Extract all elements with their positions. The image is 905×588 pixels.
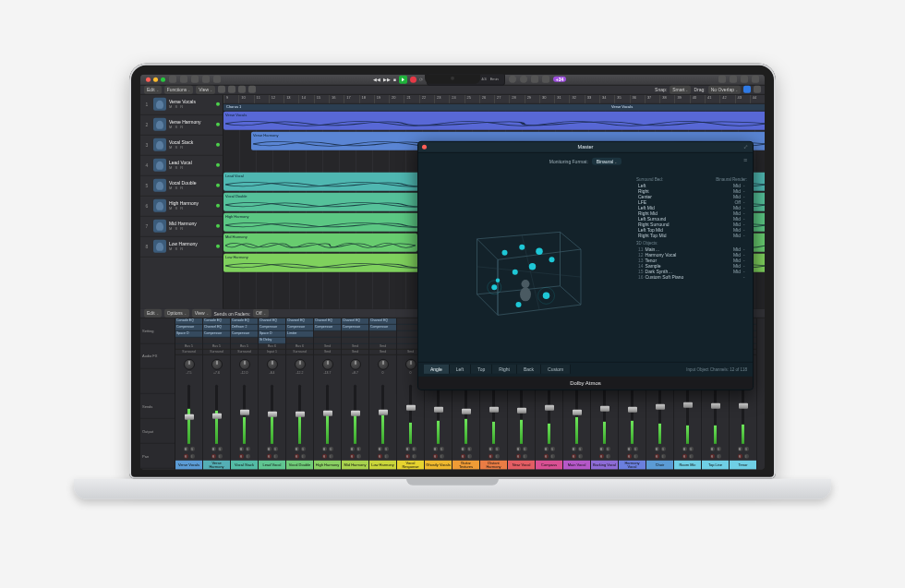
toolbar-icon[interactable] [213, 76, 221, 83]
insert-slot[interactable] [369, 338, 396, 344]
ruler-tick[interactable]: 32 [569, 94, 584, 102]
insert-slot[interactable]: DeEsser 2 [231, 325, 258, 331]
record-enable[interactable]: R [322, 454, 327, 459]
record-enable[interactable]: R [184, 454, 188, 459]
arrangement-marker[interactable]: Chorus 1 Verse Vocals [223, 103, 765, 111]
channel-name[interactable]: Main Vocal [563, 460, 590, 469]
functions-menu[interactable]: Functions [164, 85, 194, 93]
ruler-tick[interactable]: 31 [554, 94, 569, 102]
insert-slot[interactable]: Channel EQ [314, 318, 341, 325]
record-enable[interactable]: R [599, 454, 604, 459]
ruler-tick[interactable]: 21 [404, 94, 418, 102]
mute-button[interactable]: M [572, 447, 576, 451]
insert-slot[interactable]: Channel EQ [286, 318, 313, 325]
record-enable[interactable]: R [627, 454, 632, 459]
input-monitor-icon[interactable] [216, 245, 220, 248]
channel-name[interactable]: Near Vocal [508, 460, 535, 469]
forward-icon[interactable]: ▶▶ [383, 77, 391, 82]
channel-strip[interactable]: Channel EQCompressorSpace DSt Delay Bus … [259, 318, 286, 469]
input-button[interactable]: I [356, 454, 361, 459]
solo-button[interactable]: S [689, 447, 694, 451]
ruler-tick[interactable]: 9 [223, 94, 238, 102]
track-header[interactable]: 3 Vocal StackM S R [140, 135, 223, 155]
input-button[interactable]: I [523, 454, 527, 459]
drag-select[interactable]: No Overlap [708, 85, 741, 93]
track-header[interactable]: 8 Low HarmonyM S R [140, 236, 223, 257]
solo-button[interactable]: S [606, 447, 610, 451]
solo-button[interactable]: S [661, 447, 666, 451]
channel-name[interactable]: Lead Vocal [259, 460, 285, 469]
play-button[interactable] [399, 75, 407, 83]
solo-button[interactable]: S [495, 447, 500, 451]
link-icon[interactable] [248, 86, 256, 93]
ruler-tick[interactable]: 14 [298, 94, 313, 102]
mute-button[interactable]: M [267, 447, 272, 451]
fader[interactable] [286, 378, 313, 445]
mute-button[interactable]: M [461, 447, 465, 451]
dolby-atmos-panel[interactable]: Master ⤢ Monitoring Format: Binaural ≡ [417, 140, 754, 390]
record-enable[interactable]: R [211, 454, 216, 459]
input-button[interactable]: I [246, 454, 250, 459]
record-enable[interactable]: R [710, 454, 715, 459]
fader[interactable] [259, 378, 285, 445]
input-button[interactable]: I [384, 454, 389, 459]
insert-slot[interactable]: Compressor [175, 325, 202, 331]
mute-button[interactable]: M [682, 447, 687, 451]
catch-icon[interactable] [238, 86, 246, 93]
insert-slot[interactable]: Compressor [286, 325, 313, 331]
solo-button[interactable]: S [440, 447, 444, 451]
cycle-icon[interactable]: ⟳ [419, 77, 423, 82]
track-header[interactable]: 2 Verse HarmonyM S R [140, 114, 223, 135]
insert-slot[interactable]: Channel EQ [342, 318, 368, 325]
channel-name[interactable]: Vocal Double [286, 460, 313, 469]
input-button[interactable]: I [440, 454, 444, 459]
channel-name[interactable]: Choir [646, 460, 673, 469]
zoom-icon[interactable] [743, 86, 751, 93]
automation-icon[interactable] [218, 86, 225, 93]
countin-icon[interactable] [520, 76, 527, 83]
insert-slot[interactable] [203, 338, 230, 344]
mute-button[interactable]: M [433, 447, 438, 451]
channel-name[interactable]: Room Mic [674, 460, 701, 469]
ruler-tick[interactable]: 38 [659, 94, 674, 102]
settings-menu-icon[interactable]: ≡ [743, 156, 747, 162]
ruler-tick[interactable]: 44 [750, 94, 765, 102]
nav-icon[interactable] [754, 86, 761, 93]
list-editors-icon[interactable] [718, 76, 726, 83]
record-enable[interactable]: R [378, 454, 382, 459]
ruler-tick[interactable]: 28 [509, 94, 524, 102]
solo-button[interactable]: S [578, 447, 583, 451]
input-button[interactable]: I [606, 454, 610, 459]
ruler-tick[interactable]: 26 [479, 94, 494, 102]
channel-name[interactable]: Mid Harmony [342, 460, 368, 469]
mixer-view-menu[interactable]: View [192, 309, 211, 318]
fader[interactable] [231, 378, 258, 445]
insert-slot[interactable]: Console EQ [203, 318, 230, 325]
channel-name[interactable]: High Harmony [314, 460, 341, 469]
tuner-icon[interactable] [531, 76, 538, 83]
insert-slot[interactable]: Console EQ [175, 318, 202, 325]
pan-knob[interactable] [378, 359, 389, 370]
record-enable[interactable]: R [489, 454, 493, 459]
insert-slot[interactable] [369, 331, 396, 338]
input-button[interactable]: I [218, 454, 223, 459]
input-button[interactable]: I [634, 454, 638, 459]
ruler-tick[interactable]: 18 [359, 94, 374, 102]
insert-slot[interactable] [342, 331, 368, 338]
ruler-tick[interactable]: 17 [344, 94, 358, 102]
channel-name[interactable]: Distant Harmony [480, 460, 507, 469]
input-monitor-icon[interactable] [216, 163, 220, 167]
channel-strip[interactable]: Console EQCompressorSpace D Bus 5 Surrou… [175, 318, 203, 469]
mute-button[interactable]: M [239, 447, 244, 451]
pan-knob[interactable] [322, 359, 333, 370]
channel-strip[interactable]: Channel EQCompressorLimiter Bus 6 Surrou… [286, 318, 314, 469]
ruler-tick[interactable]: 29 [525, 94, 539, 102]
mute-button[interactable]: M [738, 447, 742, 451]
input-button[interactable]: I [689, 454, 694, 459]
input-monitor-icon[interactable] [216, 204, 220, 208]
insert-slot[interactable]: St Delay [259, 338, 285, 344]
insert-slot[interactable] [314, 338, 341, 344]
track-header[interactable]: 5 Vocal DoubleM S R [140, 175, 223, 196]
cpu-badge[interactable]: +34 [553, 77, 566, 82]
ruler-tick[interactable]: 39 [674, 94, 689, 102]
